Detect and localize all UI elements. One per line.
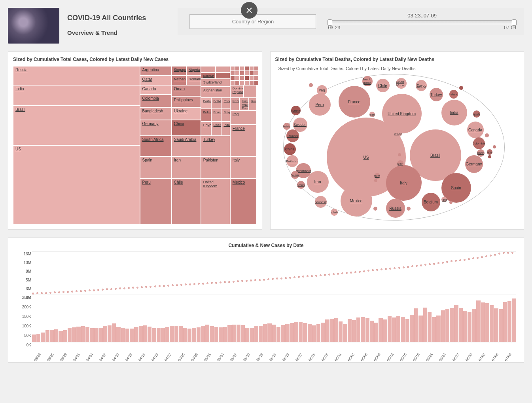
- treemap-cell[interactable]: Russia: [13, 66, 140, 85]
- line-point[interactable]: [189, 283, 191, 285]
- bar[interactable]: [112, 323, 116, 342]
- bubble[interactable]: Indonesia: [315, 196, 327, 208]
- bar[interactable]: [130, 329, 134, 342]
- treemap-cell[interactable]: Indonesia: [221, 122, 230, 136]
- bar[interactable]: [316, 324, 320, 342]
- bubble[interactable]: Ecuador: [286, 129, 299, 142]
- line-point[interactable]: [394, 267, 396, 269]
- bubble[interactable]: Mexico: [341, 185, 372, 217]
- line-point[interactable]: [76, 290, 78, 292]
- line-point[interactable]: [293, 276, 295, 278]
- bar[interactable]: [205, 325, 209, 342]
- bar[interactable]: [36, 334, 40, 342]
- line-point[interactable]: [272, 278, 274, 280]
- line-point[interactable]: [136, 287, 138, 289]
- line-point[interactable]: [481, 256, 483, 258]
- slider-handle-end[interactable]: [512, 19, 517, 26]
- bubble[interactable]: Canada: [467, 122, 484, 138]
- bar[interactable]: [441, 310, 445, 342]
- line-point[interactable]: [224, 281, 226, 283]
- line-point[interactable]: [54, 291, 56, 293]
- bar[interactable]: [450, 308, 454, 342]
- line-point[interactable]: [385, 268, 387, 270]
- treemap-cell[interactable]: [201, 66, 216, 72]
- line-point[interactable]: [446, 261, 448, 263]
- bar[interactable]: [445, 309, 449, 342]
- line-point[interactable]: [341, 272, 343, 274]
- line-point[interactable]: [307, 275, 309, 277]
- bar[interactable]: [321, 323, 325, 342]
- bubble[interactable]: Bangladesh: [331, 209, 338, 216]
- treemap-cell[interactable]: [230, 66, 235, 71]
- bar[interactable]: [428, 312, 432, 342]
- treemap-cell[interactable]: South Africa: [140, 136, 172, 156]
- treemap-cell[interactable]: Sweden: [211, 122, 222, 136]
- bubble[interactable]: United Kingdom: [382, 94, 422, 133]
- line-point[interactable]: [80, 290, 82, 292]
- bar[interactable]: [121, 328, 125, 342]
- bubble[interactable]: Peru: [309, 94, 331, 116]
- bubble[interactable]: [488, 155, 491, 158]
- bar[interactable]: [299, 322, 303, 342]
- bubble[interactable]: [449, 201, 452, 204]
- bar[interactable]: [179, 326, 183, 342]
- bar[interactable]: [157, 328, 161, 342]
- bar[interactable]: [267, 323, 271, 342]
- line-point[interactable]: [320, 274, 322, 276]
- treemap-cell[interactable]: Afghanistan: [201, 87, 230, 98]
- bar[interactable]: [227, 325, 231, 342]
- bar[interactable]: [85, 327, 89, 342]
- bar[interactable]: [512, 298, 516, 342]
- line-point[interactable]: [62, 291, 64, 293]
- line-point[interactable]: [433, 263, 435, 265]
- line-point[interactable]: [123, 287, 125, 289]
- treemap-chart[interactable]: Russia India Brazil US Argentina Qatar C…: [13, 66, 257, 224]
- bar[interactable]: [108, 325, 112, 342]
- line-point[interactable]: [333, 273, 335, 275]
- treemap-cell[interactable]: [244, 85, 257, 98]
- line-point[interactable]: [403, 266, 405, 268]
- bubble[interactable]: Egypt: [416, 80, 427, 91]
- bar[interactable]: [423, 308, 427, 342]
- bar[interactable]: [76, 327, 80, 342]
- slider-handle-start[interactable]: [328, 19, 332, 26]
- treemap-cell[interactable]: Italy: [230, 156, 257, 179]
- bar[interactable]: [263, 324, 267, 342]
- bar[interactable]: [330, 319, 334, 342]
- bar[interactable]: [32, 335, 36, 342]
- bar[interactable]: [68, 328, 72, 342]
- line-point[interactable]: [464, 259, 466, 261]
- bar[interactable]: [490, 305, 494, 342]
- bubble[interactable]: [373, 207, 377, 211]
- line-point[interactable]: [328, 274, 330, 276]
- line-point[interactable]: [228, 281, 230, 283]
- bar[interactable]: [290, 323, 294, 342]
- line-point[interactable]: [185, 283, 187, 285]
- bar[interactable]: [161, 328, 165, 342]
- bar[interactable]: [192, 328, 196, 342]
- bar[interactable]: [405, 319, 409, 342]
- line-point[interactable]: [41, 292, 43, 294]
- bar[interactable]: [343, 324, 347, 342]
- bar[interactable]: [183, 328, 187, 342]
- bar[interactable]: [45, 330, 49, 342]
- line-point[interactable]: [455, 260, 457, 262]
- line-point[interactable]: [437, 262, 439, 264]
- line-point[interactable]: [424, 264, 426, 266]
- treemap-cell[interactable]: Germany: [140, 120, 172, 136]
- bar[interactable]: [494, 308, 498, 342]
- line-point[interactable]: [119, 287, 121, 289]
- treemap-cell[interactable]: France: [230, 125, 257, 156]
- line-point[interactable]: [32, 293, 34, 295]
- line-point[interactable]: [442, 262, 444, 264]
- bubble[interactable]: Guatemala: [374, 173, 380, 179]
- bubble[interactable]: Germany: [465, 155, 483, 173]
- line-point[interactable]: [145, 286, 147, 288]
- line-point[interactable]: [254, 279, 256, 281]
- bar[interactable]: [503, 302, 507, 342]
- bar[interactable]: [197, 327, 201, 342]
- line-point[interactable]: [115, 288, 117, 290]
- bar[interactable]: [432, 317, 436, 342]
- treemap-cell[interactable]: Iran: [172, 156, 201, 179]
- bar[interactable]: [361, 317, 365, 342]
